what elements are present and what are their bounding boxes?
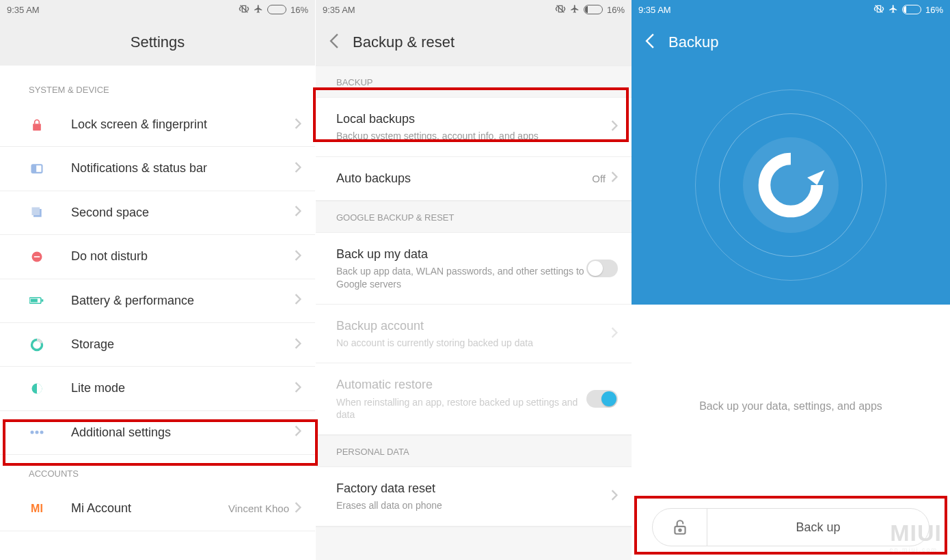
mi-logo-icon: MI: [29, 501, 45, 517]
chevron-right-icon: [295, 250, 301, 264]
page-title: Backup & reset: [353, 33, 454, 51]
backup-hint: Back up your data, settings, and apps: [699, 400, 882, 412]
svg-line-17: [876, 5, 883, 12]
status-bar: 9:35 AM 16%: [0, 0, 315, 19]
chevron-right-icon: [295, 382, 301, 395]
status-time: 9:35 AM: [638, 5, 671, 15]
item-label: Battery & performance: [71, 293, 295, 309]
list-item-lite-mode[interactable]: Lite mode: [0, 367, 315, 410]
list-item-backup-account: Backup account No account is currently s…: [316, 305, 632, 364]
item-title: Factory data reset: [336, 481, 611, 496]
chevron-right-icon: [295, 206, 301, 219]
back-button[interactable]: [329, 33, 339, 51]
lock-button[interactable]: [653, 509, 707, 546]
lite-mode-icon: [29, 380, 45, 397]
settings-screen: 9:35 AM 16% Settings SYSTEM & DEVICE Loc…: [0, 0, 316, 560]
battery-icon: [584, 5, 603, 14]
chevron-right-icon: [611, 327, 618, 341]
list-item-notifications[interactable]: Notifications & status bar: [0, 147, 315, 191]
settings-header: Settings: [0, 19, 315, 66]
list-item-do-not-disturb[interactable]: Do not disturb: [0, 235, 315, 279]
backup-button[interactable]: Back up: [707, 509, 929, 546]
airplane-icon: [254, 4, 263, 16]
notifications-icon: [29, 160, 45, 177]
status-bar: 9:35 AM 16%: [632, 0, 950, 19]
svg-rect-9: [31, 299, 38, 303]
chevron-right-icon: [611, 171, 618, 185]
list-item-additional-settings[interactable]: Additional settings: [0, 411, 315, 455]
chevron-right-icon: [295, 162, 301, 176]
chevron-right-icon: [295, 502, 301, 516]
storage-icon: [29, 337, 45, 353]
lock-icon: [29, 117, 45, 133]
svg-rect-1: [33, 124, 41, 130]
list-item-factory-reset[interactable]: Factory data reset Erases all data on ph…: [316, 467, 632, 527]
status-time: 9:35 AM: [7, 5, 40, 15]
backup-illustration: [632, 66, 950, 305]
airplane-icon: [570, 4, 580, 16]
backup-screen: 9:35 AM 16% Backup: [632, 0, 950, 560]
unlock-icon: [671, 518, 689, 536]
page-title: Backup: [668, 33, 718, 51]
list-item-auto-backups[interactable]: Auto backups Off: [316, 157, 632, 201]
list-item-mi-account[interactable]: MI Mi Account Vincent Khoo: [0, 487, 315, 531]
dnd-icon: [29, 249, 45, 265]
svg-point-14: [36, 431, 39, 434]
item-value: Off: [592, 173, 606, 184]
section-google-backup: GOOGLE BACKUP & RESET: [316, 201, 632, 233]
back-button[interactable]: [645, 33, 655, 51]
item-label: Notifications & status bar: [71, 160, 295, 176]
list-item-second-space[interactable]: Second space: [0, 191, 315, 235]
item-title: Backup account: [336, 318, 611, 334]
backup-reset-screen: 9:35 AM 16% Backup & reset BACKUP Local …: [316, 0, 632, 560]
item-label: Lock screen & fingerprint: [71, 117, 295, 132]
item-label: Lite mode: [71, 380, 295, 396]
battery-percent: 16%: [290, 5, 308, 15]
item-subtitle: When reinstalling an app, restore backed…: [336, 396, 586, 421]
more-icon: [29, 424, 45, 440]
item-title: Automatic restore: [336, 377, 586, 393]
section-system-device: SYSTEM & DEVICE: [0, 71, 315, 103]
item-subtitle: Erases all data on phone: [336, 499, 611, 512]
bottom-button-row: Back up: [652, 508, 929, 546]
svg-rect-10: [42, 300, 44, 302]
refresh-icon: [753, 148, 828, 223]
item-title: Auto backups: [336, 171, 592, 186]
list-item-lock-screen[interactable]: Lock screen & fingerprint: [0, 103, 315, 147]
section-personal-data: PERSONAL DATA: [316, 435, 632, 467]
item-label: Storage: [71, 337, 295, 352]
chevron-right-icon: [611, 490, 618, 503]
item-subtitle: No account is currently storing backed u…: [336, 337, 611, 349]
page-title: Settings: [131, 33, 185, 51]
svg-point-13: [31, 431, 34, 434]
battery-icon: [267, 5, 286, 14]
list-item-storage[interactable]: Storage: [0, 323, 315, 367]
list-item-battery[interactable]: Battery & performance: [0, 279, 315, 323]
item-subtitle: Back up app data, WLAN passwords, and ot…: [336, 265, 586, 290]
svg-point-15: [40, 431, 44, 434]
item-title: Local backups: [336, 111, 611, 127]
section-backup: BACKUP: [316, 66, 632, 98]
vibrate-icon: [873, 3, 884, 16]
list-item-automatic-restore: Automatic restore When reinstalling an a…: [316, 363, 632, 435]
svg-line-16: [557, 5, 565, 12]
account-name: Vincent Khoo: [228, 503, 289, 514]
chevron-right-icon: [611, 120, 618, 134]
svg-rect-5: [32, 208, 40, 216]
item-label: Additional settings: [71, 425, 295, 440]
toggle-automatic-restore[interactable]: [586, 390, 618, 408]
item-label: Second space: [71, 205, 295, 221]
status-time: 9:35 AM: [323, 5, 355, 15]
item-label: Do not disturb: [71, 249, 295, 264]
backup-header: Backup: [632, 19, 950, 66]
backup-button-label: Back up: [796, 520, 840, 535]
battery-percent: 16%: [607, 5, 625, 15]
list-item-backup-my-data[interactable]: Back up my data Back up app data, WLAN p…: [316, 233, 632, 305]
item-subtitle: Backup system settings, account info, an…: [336, 130, 611, 142]
chevron-right-icon: [295, 294, 301, 307]
chevron-right-icon: [295, 425, 301, 439]
list-item-local-backups[interactable]: Local backups Backup system settings, ac…: [316, 98, 632, 157]
toggle-backup-my-data[interactable]: [586, 260, 618, 277]
svg-point-19: [679, 529, 681, 531]
svg-line-0: [241, 5, 248, 12]
